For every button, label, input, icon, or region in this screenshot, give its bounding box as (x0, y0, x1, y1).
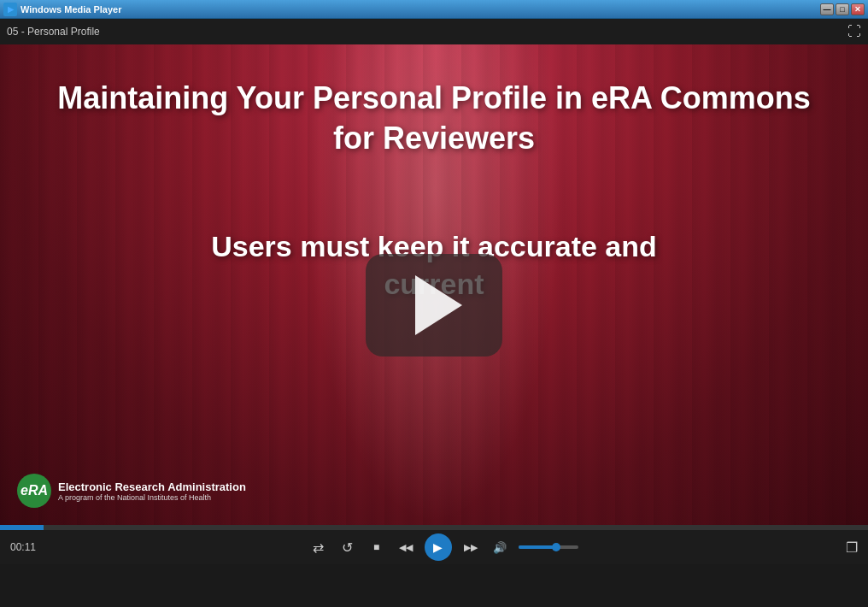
era-circle-icon: eRA (17, 474, 51, 508)
era-sub-text: A program of the National Institutes of … (58, 493, 246, 502)
fullscreen-button[interactable]: ❐ (846, 539, 858, 556)
stop-button[interactable]: ■ (367, 537, 387, 557)
window-controls: — □ ✕ (820, 3, 865, 15)
play-pause-button[interactable]: ▶ (425, 533, 452, 561)
progress-fill (0, 525, 44, 530)
time-display: 00:11 (10, 541, 40, 553)
previous-button[interactable]: ◀◀ (396, 537, 416, 557)
app-title: Windows Media Player (21, 4, 122, 15)
title-bar-left: ▶ Windows Media Player (3, 3, 122, 16)
menu-bar: 05 - Personal Profile ⛶ (0, 19, 868, 44)
controls-left: 00:11 (10, 541, 40, 553)
volume-fill (519, 545, 558, 549)
play-triangle-icon (415, 275, 462, 335)
minimize-button[interactable]: — (820, 3, 834, 15)
maximize-button[interactable]: □ (836, 3, 849, 15)
video-main-title: Maintaining Your Personal Profile in eRA… (0, 79, 868, 159)
shuffle-button[interactable]: ⇄ (308, 537, 329, 557)
repeat-button[interactable]: ↺ (337, 537, 358, 557)
volume-thumb (552, 543, 560, 551)
title-bar: ▶ Windows Media Player — □ ✕ (0, 0, 868, 19)
video-title-label: 05 - Personal Profile (7, 26, 100, 38)
controls-center: ⇄ ↺ ■ ◀◀ ▶ ▶▶ 🔊 (47, 533, 839, 561)
volume-button[interactable]: 🔊 (490, 537, 510, 557)
video-area[interactable]: Maintaining Your Personal Profile in eRA… (0, 44, 868, 525)
era-main-text: Electronic Research Administration (58, 480, 246, 493)
era-logo: eRA Electronic Research Administration A… (17, 474, 246, 508)
progress-bar[interactable] (0, 525, 868, 530)
menu-fullscreen-icon[interactable]: ⛶ (847, 24, 861, 39)
era-text-block: Electronic Research Administration A pro… (58, 480, 246, 502)
app-icon: ▶ (3, 3, 17, 16)
controls-right: ❐ (846, 539, 858, 556)
controls-bar: 00:11 ⇄ ↺ ■ ◀◀ ▶ ▶▶ 🔊 ❐ (0, 530, 868, 564)
play-overlay-button[interactable] (366, 254, 502, 357)
next-button[interactable]: ▶▶ (460, 537, 481, 557)
close-button[interactable]: ✕ (851, 3, 865, 15)
volume-slider[interactable] (519, 545, 578, 549)
